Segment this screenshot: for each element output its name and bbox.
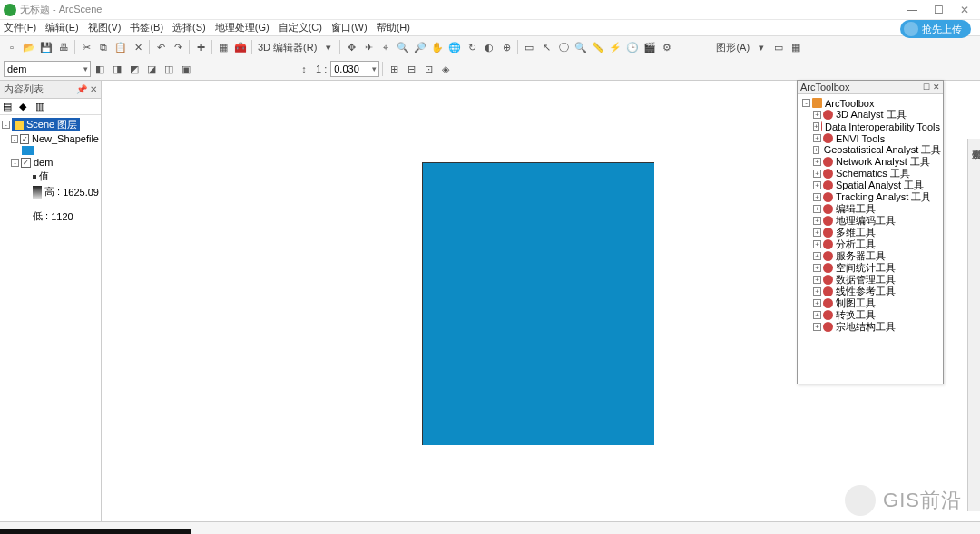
- layer-b-icon[interactable]: ◨: [109, 61, 125, 77]
- height-icon[interactable]: ↕: [296, 61, 312, 77]
- expand-icon[interactable]: -: [11, 159, 19, 167]
- paste-icon[interactable]: 📋: [113, 39, 129, 55]
- undo-icon[interactable]: ↶: [152, 39, 169, 55]
- menu-file[interactable]: 文件(F): [4, 21, 36, 34]
- delete-icon[interactable]: ✕: [130, 39, 146, 55]
- layer-f-icon[interactable]: ▣: [178, 61, 194, 77]
- toc-close-icon[interactable]: ✕: [90, 84, 97, 94]
- minimize-button[interactable]: —: [906, 4, 917, 16]
- layer-e-icon[interactable]: ◫: [161, 61, 177, 77]
- layer-a-icon[interactable]: ◧: [92, 61, 108, 77]
- rotate-icon[interactable]: ◐: [481, 39, 497, 55]
- toolbox-item[interactable]: +宗地结构工具: [811, 321, 940, 333]
- layer-c-icon[interactable]: ◩: [126, 61, 142, 77]
- open-icon[interactable]: 📂: [21, 39, 37, 55]
- misc3-icon[interactable]: ⊡: [420, 61, 436, 77]
- close-button[interactable]: ✕: [960, 4, 969, 16]
- toolbox-item[interactable]: +Tracking Analyst 工具: [811, 191, 940, 203]
- menu-view[interactable]: 视图(V): [88, 21, 122, 34]
- cut-icon[interactable]: ✂: [78, 39, 94, 55]
- menu-help[interactable]: 帮助(H): [377, 21, 410, 34]
- toolbox-item[interactable]: +线性参考工具: [811, 286, 940, 297]
- toc-tree[interactable]: - Scene 图层 - ✓ New_Shapefile - ✓ dem 值 高: [0, 115, 101, 226]
- create-features-tab[interactable]: 创建要素: [968, 139, 980, 146]
- pin-icon[interactable]: 📌: [76, 84, 87, 94]
- fullextent-icon[interactable]: 🌐: [446, 39, 463, 55]
- redo-icon[interactable]: ↷: [170, 39, 186, 55]
- graphics-label[interactable]: 图形(A): [716, 41, 750, 54]
- add-data-icon[interactable]: ✚: [192, 39, 209, 55]
- graphics-dropdown-icon[interactable]: ▾: [753, 39, 769, 55]
- time-icon[interactable]: 🕒: [624, 39, 641, 55]
- dem-value-row: 值: [33, 169, 99, 184]
- measure-icon[interactable]: 📏: [590, 39, 606, 55]
- scale-combo[interactable]: 0.030: [330, 61, 379, 77]
- editor-dropdown-icon[interactable]: ▾: [320, 39, 337, 55]
- menubar: 文件(F) 编辑(E) 视图(V) 书签(B) 选择(S) 地理处理(G) 自定…: [0, 20, 980, 36]
- new-icon[interactable]: ▫: [4, 39, 20, 55]
- toolbox-item[interactable]: +地理编码工具: [811, 215, 940, 227]
- toc-btn1-icon[interactable]: ▤: [3, 101, 15, 113]
- rect-draw-icon[interactable]: ▭: [770, 39, 787, 55]
- save-icon[interactable]: 💾: [38, 39, 54, 55]
- toc-btn3-icon[interactable]: ▥: [35, 101, 48, 113]
- arctoolbox-close-icon[interactable]: ✕: [933, 83, 940, 92]
- misc1-icon[interactable]: ⊞: [386, 61, 402, 77]
- layer-combo[interactable]: dem: [4, 61, 91, 77]
- toc-icon[interactable]: ▦: [215, 39, 231, 55]
- select-icon[interactable]: ▭: [521, 39, 537, 55]
- print-icon[interactable]: 🖶: [55, 39, 72, 55]
- toc-title: 内容列表: [4, 83, 74, 96]
- checkbox[interactable]: ✓: [20, 134, 29, 144]
- identify-icon[interactable]: ⓘ: [555, 39, 572, 55]
- layer-dem[interactable]: - ✓ dem: [11, 156, 99, 169]
- menu-geoprocess[interactable]: 地理处理(G): [215, 21, 270, 34]
- layer-d-icon[interactable]: ◪: [143, 61, 160, 77]
- menu-customize[interactable]: 自定义(C): [279, 21, 322, 34]
- menu-select[interactable]: 选择(S): [172, 21, 206, 34]
- toolbox-icon[interactable]: 🧰: [232, 39, 249, 55]
- fly-icon[interactable]: ✈: [360, 39, 377, 55]
- misc4-icon[interactable]: ◈: [437, 61, 454, 77]
- pan-icon[interactable]: ✋: [429, 39, 446, 55]
- expand-icon[interactable]: -: [11, 135, 18, 143]
- grid-icon[interactable]: ▦: [788, 39, 804, 55]
- copy-icon[interactable]: ⧉: [95, 39, 112, 55]
- zoomin-icon[interactable]: 🔍: [395, 39, 411, 55]
- zoom-target-icon[interactable]: ⌖: [377, 39, 394, 55]
- menu-edit[interactable]: 编辑(E): [45, 21, 79, 34]
- share-button[interactable]: 抢先上传: [900, 20, 971, 38]
- toc-toolbar: ▤ ◆ ▥: [0, 99, 101, 115]
- nav-icon[interactable]: ✥: [343, 39, 359, 55]
- expand-icon[interactable]: -: [2, 121, 10, 129]
- toolbox-item[interactable]: +Data Interoperability Tools: [811, 121, 940, 132]
- checkbox[interactable]: ✓: [21, 158, 31, 168]
- maximize-button[interactable]: ☐: [934, 4, 944, 16]
- toolbox-icon: [823, 322, 833, 332]
- menu-window[interactable]: 窗口(W): [331, 21, 368, 34]
- toolbox-icon: [823, 192, 833, 202]
- menu-bookmark[interactable]: 书签(B): [130, 21, 163, 34]
- toc-btn2-icon[interactable]: ◆: [19, 101, 32, 113]
- right-rail[interactable]: 创建要素: [967, 139, 980, 511]
- arctoolbox-restore-icon[interactable]: ☐: [923, 83, 930, 92]
- scene-node[interactable]: - Scene 图层: [2, 117, 99, 132]
- toolbox-item[interactable]: +制图工具: [811, 297, 940, 309]
- zoomout-icon[interactable]: 🔎: [412, 39, 428, 55]
- arctoolbox-tree[interactable]: -ArcToolbox +3D Analyst 工具 +Data Interop…: [798, 94, 943, 335]
- refresh-icon[interactable]: ↻: [464, 39, 480, 55]
- animation-icon[interactable]: 🎬: [642, 39, 658, 55]
- hyperlink-icon[interactable]: ⚡: [607, 39, 623, 55]
- pointer-icon[interactable]: ↖: [538, 39, 554, 55]
- toolbox-icon: [823, 251, 833, 261]
- toolbox-item[interactable]: +多维工具: [811, 227, 940, 238]
- gear-icon[interactable]: ⚙: [659, 39, 675, 55]
- scale-sep: 1 :: [316, 63, 327, 74]
- find-icon[interactable]: 🔍: [573, 39, 589, 55]
- globe-icon[interactable]: ⊕: [498, 39, 514, 55]
- window-title: 无标题 - ArcScene: [20, 3, 906, 16]
- layer-new-shapefile[interactable]: - ✓ New_Shapefile: [11, 132, 99, 145]
- toolbox-item[interactable]: +3D Analyst 工具: [811, 109, 940, 121]
- toolbox-icon: [823, 228, 833, 238]
- misc2-icon[interactable]: ⊟: [403, 61, 419, 77]
